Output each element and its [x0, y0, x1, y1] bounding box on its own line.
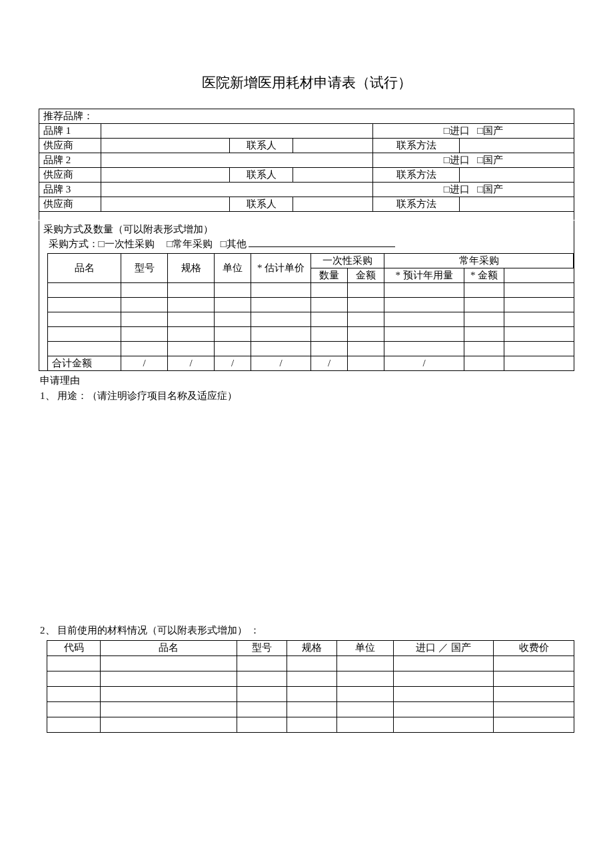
mat-col-origin: 进口 ／ 国产 — [394, 640, 494, 655]
purchase-mode-row[interactable]: 采购方式：□一次性采购 □常年采购 □其他 — [43, 236, 570, 252]
total-label: 合计金额 — [48, 356, 121, 370]
col-spec: 规格 — [168, 253, 215, 282]
contact2-label: 联系人 — [230, 168, 293, 183]
mat-col-name: 品名 — [101, 640, 237, 655]
col-amt: 金额 — [348, 268, 384, 282]
contactmethod1-value[interactable] — [460, 139, 574, 153]
supplier3-value[interactable] — [101, 197, 230, 212]
col-name: 品名 — [48, 253, 121, 282]
item-row[interactable] — [48, 297, 574, 312]
item-row[interactable] — [48, 341, 574, 356]
spacer — [39, 212, 574, 220]
item-row[interactable] — [48, 282, 574, 297]
brand1-value[interactable] — [101, 124, 373, 139]
mat-row[interactable] — [47, 686, 574, 701]
brand1-origin[interactable]: □进口 □国产 — [373, 124, 574, 139]
contact1-label: 联系人 — [230, 139, 293, 153]
total-amt2[interactable] — [464, 356, 504, 370]
total-row: 合计金额 / / / / / / — [48, 356, 574, 370]
slash: / — [384, 356, 464, 370]
contact3-value[interactable] — [293, 197, 373, 212]
contact1-value[interactable] — [293, 139, 373, 153]
brand3-label: 品牌 3 — [39, 183, 101, 197]
mat-col-unit: 单位 — [337, 640, 394, 655]
brand1-label: 品牌 1 — [39, 124, 101, 139]
slash: / — [311, 356, 348, 370]
total-amt1[interactable] — [348, 356, 384, 370]
slash: / — [251, 356, 311, 370]
reason-block: 申请理由 1、 用途：（请注明诊疗项目名称及适应症） 2、 目前使用的材料情况（… — [39, 371, 574, 640]
col-estprice: * 估计单价 — [251, 253, 311, 282]
contactmethod1-label: 联系方法 — [373, 139, 460, 153]
purchase-section: 采购方式及数量（可以附表形式增加） 采购方式：□一次性采购 □常年采购 □其他 … — [39, 220, 574, 372]
reason-content-area[interactable] — [40, 403, 573, 623]
mat-row[interactable] — [47, 701, 574, 717]
slash: / — [121, 356, 168, 370]
col-unit: 单位 — [215, 253, 251, 282]
mat-col-code: 代码 — [47, 640, 101, 655]
col-qty: 数量 — [311, 268, 348, 282]
item-row[interactable] — [48, 326, 574, 341]
contactmethod3-value[interactable] — [460, 197, 574, 212]
page-title: 医院新增医用耗材申请表（试行） — [39, 73, 574, 92]
contactmethod2-value[interactable] — [460, 168, 574, 183]
reason-line2: 2、 目前使用的材料情况（可以附表形式增加） ： — [40, 623, 573, 638]
supplier1-label: 供应商 — [39, 139, 101, 153]
brand2-value[interactable] — [101, 153, 373, 168]
items-table: 品名 型号 规格 单位 * 估计单价 一次性采购 常年采购 数量 金额 * 预计… — [47, 253, 574, 371]
slash: / — [168, 356, 215, 370]
col-annual: 常年采购 — [384, 253, 574, 268]
brand3-origin[interactable]: □进口 □国产 — [373, 183, 574, 197]
mat-col-model: 型号 — [237, 640, 287, 655]
brand3-value[interactable] — [101, 183, 373, 197]
mat-row[interactable] — [47, 655, 574, 671]
supplier2-value[interactable] — [101, 168, 230, 183]
mat-row[interactable] — [47, 717, 574, 732]
col-extra — [504, 268, 574, 282]
supplier3-label: 供应商 — [39, 197, 101, 212]
contact2-value[interactable] — [293, 168, 373, 183]
col-amt2: * 金额 — [464, 268, 504, 282]
brand2-label: 品牌 2 — [39, 153, 101, 168]
total-extra — [504, 356, 574, 370]
reason-line1: 1、 用途：（请注明诊疗项目名称及适应症） — [40, 388, 573, 404]
contactmethod2-label: 联系方法 — [373, 168, 460, 183]
contact3-label: 联系人 — [230, 197, 293, 212]
slash: / — [215, 356, 251, 370]
item-row[interactable] — [48, 312, 574, 326]
mat-row[interactable] — [47, 671, 574, 686]
reason-header: 申请理由 — [40, 373, 573, 388]
col-onetime: 一次性采购 — [311, 253, 384, 268]
contactmethod3-label: 联系方法 — [373, 197, 460, 212]
supplier1-value[interactable] — [101, 139, 230, 153]
brand2-origin[interactable]: □进口 □国产 — [373, 153, 574, 168]
purchase-header: 采购方式及数量（可以附表形式增加） — [43, 222, 570, 237]
col-estannual: * 预计年用量 — [384, 268, 464, 282]
purchase-header-cell: 采购方式及数量（可以附表形式增加） 采购方式：□一次性采购 □常年采购 □其他 — [39, 220, 574, 253]
rec-header: 推荐品牌： — [39, 109, 574, 124]
col-model: 型号 — [121, 253, 168, 282]
mat-col-price: 收费价 — [494, 640, 574, 655]
materials-table: 代码 品名 型号 规格 单位 进口 ／ 国产 收费价 — [47, 640, 574, 733]
supplier2-label: 供应商 — [39, 168, 101, 183]
brands-table: 推荐品牌： 品牌 1 □进口 □国产 供应商 联系人 联系方法 品牌 2 □进口… — [39, 109, 574, 220]
mat-col-spec: 规格 — [287, 640, 337, 655]
